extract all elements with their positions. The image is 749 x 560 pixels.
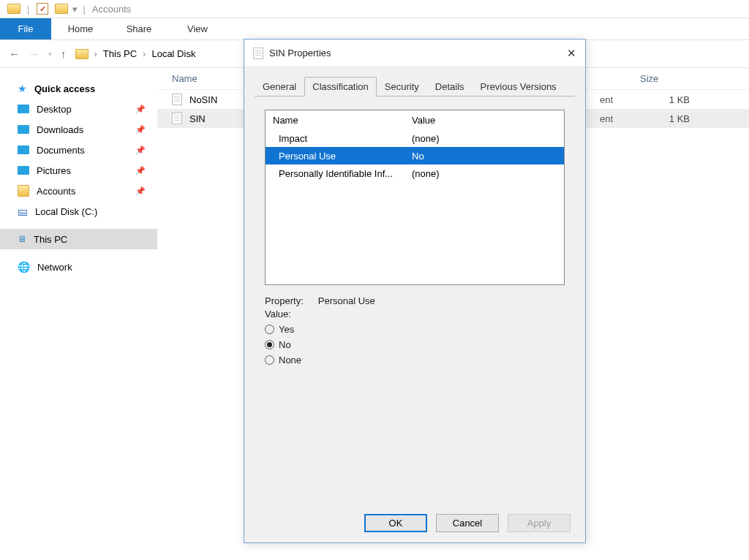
dialog-title: SIN Properties bbox=[269, 48, 567, 58]
file-name: NoSIN bbox=[189, 94, 217, 105]
header-value[interactable]: Value bbox=[412, 115, 564, 126]
property-name: Personal Use bbox=[279, 151, 412, 162]
radio-label: None bbox=[279, 355, 301, 366]
classification-list: Name Value Impact (none) Personal Use No… bbox=[265, 110, 565, 285]
pin-icon: 📌 bbox=[135, 125, 146, 135]
disk-icon: 🖴 bbox=[18, 205, 28, 217]
title-bar: | ✓ ▾ | Accounts bbox=[0, 0, 749, 18]
sidebar-item-label: Desktop bbox=[37, 104, 72, 115]
file-icon bbox=[172, 94, 182, 105]
folder-icon bbox=[18, 185, 29, 197]
pin-icon: 📌 bbox=[135, 145, 146, 155]
sidebar-item-network[interactable]: 🌐Network bbox=[0, 257, 157, 277]
separator-icon: | bbox=[83, 4, 85, 15]
property-current: Personal Use bbox=[318, 295, 375, 306]
separator-icon: | bbox=[27, 4, 29, 15]
tab-classification[interactable]: Classification bbox=[304, 77, 377, 97]
list-header: Name Value bbox=[266, 110, 564, 129]
tab-security[interactable]: Security bbox=[377, 77, 427, 97]
file-size: 1 KB bbox=[640, 113, 699, 124]
pin-icon: 📌 bbox=[135, 186, 146, 196]
property-name: Impact bbox=[279, 133, 412, 144]
breadcrumb-item[interactable]: This PC bbox=[103, 48, 137, 59]
sidebar-item-label: Quick access bbox=[34, 83, 95, 94]
value-label: Value: bbox=[265, 309, 565, 319]
chevron-down-icon[interactable]: ▾ bbox=[72, 4, 78, 15]
dialog-buttons: OK Cancel Apply bbox=[364, 514, 571, 532]
property-row[interactable]: Personal Use No bbox=[266, 147, 564, 164]
downloads-icon bbox=[18, 125, 29, 134]
folder-icon bbox=[53, 1, 69, 16]
folder-icon bbox=[75, 49, 89, 59]
window-title: Accounts bbox=[92, 4, 131, 15]
pictures-icon bbox=[18, 166, 29, 175]
tab-home[interactable]: Home bbox=[51, 18, 110, 39]
property-row[interactable]: Personally Identifiable Inf... (none) bbox=[266, 164, 564, 182]
file-icon bbox=[253, 48, 263, 59]
tab-share[interactable]: Share bbox=[110, 18, 168, 39]
apply-button[interactable]: Apply bbox=[508, 514, 571, 532]
column-size[interactable]: Size bbox=[640, 73, 699, 84]
up-button[interactable]: ↑ bbox=[61, 48, 67, 60]
breadcrumb-item[interactable]: Local Disk bbox=[151, 48, 195, 59]
star-icon: ★ bbox=[18, 83, 27, 94]
property-value: (none) bbox=[412, 168, 564, 179]
sidebar-item-documents[interactable]: Documents📌 bbox=[0, 140, 157, 160]
chevron-right-icon: › bbox=[94, 48, 97, 59]
property-value: (none) bbox=[412, 133, 564, 144]
back-button[interactable]: ← bbox=[9, 48, 20, 60]
sidebar-item-accounts[interactable]: Accounts📌 bbox=[0, 181, 157, 201]
property-editor: Property: Personal Use Value: Yes No Non… bbox=[244, 285, 585, 376]
recent-dropdown[interactable]: ▾ bbox=[48, 50, 52, 58]
sidebar-item-label: Network bbox=[37, 262, 72, 273]
radio-icon bbox=[265, 340, 274, 349]
pc-icon: 🖥 bbox=[18, 234, 26, 244]
sidebar-item-downloads[interactable]: Downloads📌 bbox=[0, 119, 157, 140]
properties-icon[interactable]: ✓ bbox=[34, 1, 50, 16]
close-button[interactable]: ✕ bbox=[567, 47, 576, 60]
radio-none[interactable]: None bbox=[265, 355, 565, 366]
documents-icon bbox=[18, 145, 29, 154]
cancel-button[interactable]: Cancel bbox=[436, 514, 499, 532]
file-tab[interactable]: File bbox=[0, 18, 51, 39]
property-row[interactable]: Impact (none) bbox=[266, 129, 564, 147]
radio-label: No bbox=[279, 339, 291, 350]
file-type: ent bbox=[600, 113, 640, 124]
forward-button[interactable]: → bbox=[29, 48, 39, 60]
sidebar-item-label: Pictures bbox=[37, 165, 71, 176]
dialog-titlebar: SIN Properties ✕ bbox=[244, 39, 585, 67]
ribbon-tabs: File Home Share View bbox=[0, 18, 749, 40]
sidebar-item-quick-access[interactable]: ★Quick access bbox=[0, 78, 157, 99]
radio-icon bbox=[265, 325, 274, 334]
property-label: Property: bbox=[265, 295, 304, 306]
tab-previous-versions[interactable]: Previous Versions bbox=[473, 77, 565, 97]
tab-details[interactable]: Details bbox=[427, 77, 473, 97]
radio-icon bbox=[265, 355, 274, 365]
dialog-tabs: General Classification Security Details … bbox=[244, 72, 585, 97]
file-size: 1 KB bbox=[640, 94, 699, 105]
sidebar-item-desktop[interactable]: Desktop📌 bbox=[0, 99, 157, 119]
sidebar-item-label: Documents bbox=[37, 145, 85, 156]
quick-access-toolbar: | ✓ ▾ | bbox=[6, 1, 88, 16]
nav-pane: ★Quick access Desktop📌 Downloads📌 Docume… bbox=[0, 68, 157, 560]
ok-button[interactable]: OK bbox=[364, 514, 427, 532]
sidebar-item-label: Accounts bbox=[37, 186, 75, 197]
desktop-icon bbox=[18, 105, 29, 113]
radio-yes[interactable]: Yes bbox=[265, 324, 565, 335]
tab-view[interactable]: View bbox=[168, 18, 227, 39]
sidebar-item-pictures[interactable]: Pictures📌 bbox=[0, 160, 157, 181]
property-value: No bbox=[412, 151, 564, 162]
sidebar-item-local-disk[interactable]: 🖴Local Disk (C:) bbox=[0, 201, 157, 222]
radio-label: Yes bbox=[279, 324, 294, 335]
folder-icon bbox=[6, 1, 22, 16]
header-name[interactable]: Name bbox=[273, 115, 412, 126]
tab-general[interactable]: General bbox=[255, 77, 304, 97]
file-type: ent bbox=[600, 94, 640, 105]
properties-dialog: SIN Properties ✕ General Classification … bbox=[244, 39, 586, 543]
pin-icon: 📌 bbox=[135, 105, 146, 114]
sidebar-item-this-pc[interactable]: 🖥This PC bbox=[0, 229, 157, 249]
sidebar-item-label: This PC bbox=[34, 234, 67, 245]
property-name: Personally Identifiable Inf... bbox=[279, 168, 412, 179]
file-name: SIN bbox=[189, 113, 206, 124]
radio-no[interactable]: No bbox=[265, 339, 565, 350]
